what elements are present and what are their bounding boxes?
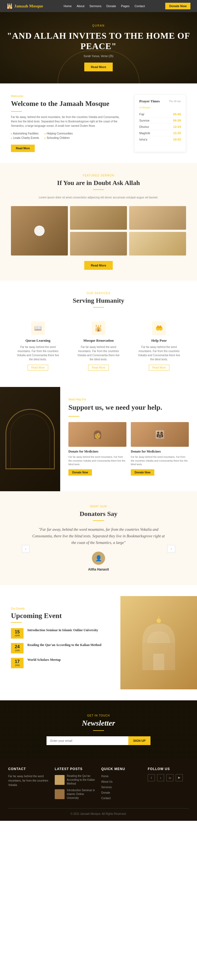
support-section: Need Help For Support us, we need your h… (0, 387, 197, 491)
support-card-1-text: Far far away behind the word mountains. … (68, 455, 126, 466)
event-item-1: 15 APR Introduction Seminar in Islamic O… (11, 628, 112, 639)
feature-item: Leads Charity Events (11, 137, 39, 139)
sermon-image-bottom-far-right (129, 232, 186, 256)
nav-home[interactable]: Home (64, 5, 72, 8)
donators-divider (93, 520, 104, 521)
youtube-icon[interactable]: ▶ (176, 774, 183, 781)
footer-link-home[interactable]: Home (101, 774, 142, 779)
service-poor-link[interactable]: Read More (149, 365, 169, 371)
facebook-icon[interactable]: f (148, 774, 155, 781)
service-mosque-link[interactable]: Read More (88, 365, 109, 371)
newsletter-form: SIGN UP (47, 736, 150, 745)
footer-post-2-image (55, 789, 65, 799)
newsletter-section: Get In Touch Newsletter SIGN UP (0, 700, 197, 759)
footer-social: f t in ▶ (148, 774, 189, 781)
service-mosque-name: Mosque Renovation (76, 338, 121, 343)
donators-section: What Our Donators Say ‹ "Far far away, b… (0, 491, 197, 585)
nav-links: Home About Sermons Donate Pages Contact (64, 5, 145, 8)
donators-tag: What Our (11, 505, 186, 508)
testimonial-nav: ‹ "Far far away, behind the word mountai… (22, 527, 175, 571)
footer-link-services[interactable]: Services (101, 785, 142, 789)
prayer-fajr: Fajr 05:40 (139, 111, 181, 118)
logo[interactable]: 🕌 Jamaah Mosque (6, 3, 43, 9)
events-divider (11, 622, 22, 623)
nav-pages[interactable]: Pages (121, 5, 129, 8)
service-quran-text: Far far away behind the word mountains. … (15, 345, 60, 361)
events-right-image (120, 596, 197, 689)
hero-label: Quran (5, 24, 192, 27)
event-info-2: Reading the Qur'an According to the Kali… (27, 643, 101, 648)
event-date-1: 15 APR (11, 628, 24, 639)
newsletter-email-input[interactable] (47, 736, 128, 745)
newsletter-tag: Get In Touch (11, 714, 186, 717)
mosque-svg (137, 615, 181, 670)
nav-contact[interactable]: Contact (134, 5, 145, 8)
support-card-2-button[interactable]: Donate Now (131, 469, 154, 476)
support-card-1-title: Donate for Medicines (68, 450, 126, 453)
welcome-left: Welcome Welcome to the Jamaah Mosque Far… (11, 94, 126, 152)
sermon-image-main[interactable]: ▶ (11, 206, 68, 256)
welcome-text: Far far away, behind the word mountains,… (11, 115, 126, 128)
support-content: Need Help For Support us, we need your h… (60, 387, 197, 491)
testimonial-avatar: 👤 (92, 552, 105, 565)
event-info-1: Introduction Seminar in Islamic Online U… (27, 628, 98, 633)
featured-section: Featured Sermon If You are in Doubt Ask … (0, 163, 197, 281)
support-arch-image (0, 387, 60, 491)
nav-donate-button[interactable]: Donate Now (165, 3, 191, 10)
hero-read-more-button[interactable]: Read More (84, 62, 113, 72)
services-title: Serving Humanity (11, 297, 186, 304)
prayer-isha: Isha'a 19:03 (139, 137, 181, 142)
nav-sermons[interactable]: Sermons (90, 5, 101, 8)
footer-post-1-image (55, 775, 65, 785)
features-left: Astonishing Facilities Leads Charity Eve… (11, 132, 39, 141)
event-item-2: 24 JAN Reading the Qur'an According to t… (11, 643, 112, 654)
donators-title: Donators Say (11, 510, 186, 517)
play-button[interactable]: ▶ (34, 226, 44, 236)
prayer-title: Prayer Times (139, 99, 160, 103)
feature-item: Helping Communities (44, 132, 73, 135)
services-divider (93, 307, 104, 308)
svg-rect-3 (153, 654, 164, 670)
featured-divider (93, 189, 104, 190)
testimonial-prev-button[interactable]: ‹ (22, 545, 30, 553)
footer-quick-menu: QUICK MENU Home About Us Services Donate… (101, 767, 142, 803)
nav-about[interactable]: About (77, 5, 85, 8)
footer-post-2: Introduction Seminar in Islamic Online U… (55, 788, 96, 800)
support-tag: Need Help For (68, 398, 189, 401)
welcome-title: Welcome to the Jamaah Mosque (11, 99, 126, 108)
footer-contact-title: CONTACT (8, 767, 49, 771)
support-cards: 👩 Donate for Medicines Far far away behi… (68, 422, 189, 476)
welcome-features: Astonishing Facilities Leads Charity Eve… (11, 132, 126, 141)
footer-posts-title: LATEST POSTS (55, 767, 96, 771)
support-card-2-text: Far far away behind the word mountains. … (131, 455, 189, 466)
footer-contact-text: Far far away behind the word mountains, … (8, 774, 49, 788)
footer-link-about[interactable]: About Us (101, 780, 142, 784)
service-quran-link[interactable]: Read More (28, 365, 48, 371)
footer-post-1: Reading the Qur'an According to the Kali… (55, 774, 96, 786)
prayer-hijri: Al Ithnayn (139, 106, 181, 109)
svg-point-1 (156, 619, 161, 623)
featured-title: If You are in Doubt Ask Allah (11, 179, 186, 187)
featured-read-more-button[interactable]: Read More (84, 261, 113, 270)
newsletter-submit-button[interactable]: SIGN UP (128, 736, 150, 745)
event-item-3: 17 JAN World Scholars Meetup (11, 658, 112, 668)
help-poor-icon: 🤲 (152, 321, 166, 335)
quran-icon: 📖 (31, 321, 45, 335)
newsletter-title: Newsletter (11, 719, 186, 727)
welcome-read-more-button[interactable]: Read More (11, 145, 35, 152)
welcome-divider (11, 111, 22, 112)
footer-post-1-text: Reading the Qur'an According to the Kali… (67, 774, 96, 786)
twitter-icon[interactable]: t (157, 774, 164, 781)
prayer-date: Thu 28 Apr (169, 100, 181, 103)
support-card-1-button[interactable]: Donate Now (68, 469, 92, 476)
testimonial-next-button[interactable]: › (167, 545, 175, 553)
footer-link-contact[interactable]: Contact (101, 796, 142, 800)
hero-quote: Surah Yunus, Verse (25) (5, 55, 192, 57)
linkedin-icon[interactable]: in (166, 774, 173, 781)
nav-donate[interactable]: Donate (106, 5, 116, 8)
support-card-1-image: 👩 (68, 422, 126, 447)
sermon-gallery: ▶ (11, 206, 186, 256)
welcome-tag: Welcome (11, 94, 126, 98)
footer-link-donate[interactable]: Donate (101, 791, 142, 795)
footer-contact: CONTACT Far far away behind the word mou… (8, 767, 49, 803)
